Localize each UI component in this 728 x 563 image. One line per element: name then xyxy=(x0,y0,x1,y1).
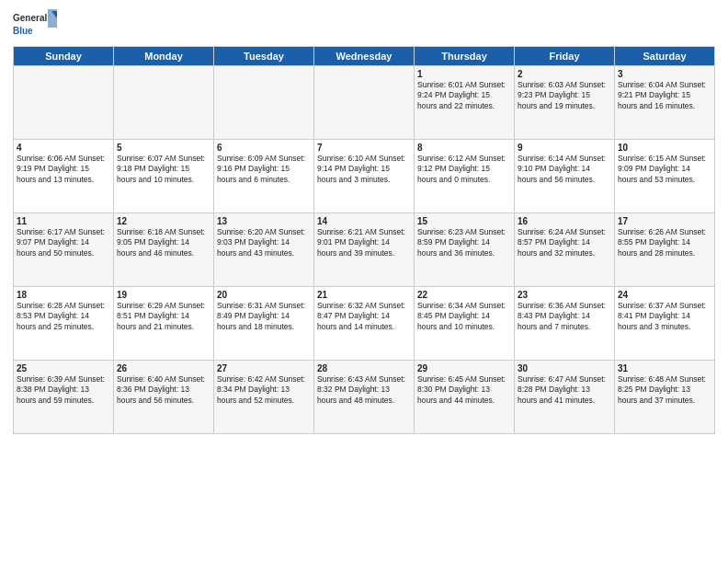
logo-svg: General Blue xyxy=(13,9,59,40)
day-number: 6 xyxy=(217,143,311,153)
day-number: 26 xyxy=(117,363,210,373)
day-number: 20 xyxy=(217,290,311,300)
calendar-cell: 4Sunrise: 6:06 AM Sunset: 9:19 PM Daylig… xyxy=(14,140,114,213)
cell-content: Sunrise: 6:01 AM Sunset: 9:24 PM Dayligh… xyxy=(417,80,511,111)
calendar-cell: 27Sunrise: 6:42 AM Sunset: 8:34 PM Dayli… xyxy=(214,361,314,434)
calendar-cell: 10Sunrise: 6:15 AM Sunset: 9:09 PM Dayli… xyxy=(615,140,715,213)
cell-content: Sunrise: 6:09 AM Sunset: 9:16 PM Dayligh… xyxy=(217,154,311,185)
day-number: 19 xyxy=(117,290,210,300)
cell-content: Sunrise: 6:06 AM Sunset: 9:19 PM Dayligh… xyxy=(17,154,110,185)
cell-content: Sunrise: 6:10 AM Sunset: 9:14 PM Dayligh… xyxy=(317,154,411,185)
calendar-cell: 13Sunrise: 6:20 AM Sunset: 9:03 PM Dayli… xyxy=(214,213,314,287)
calendar-cell: 20Sunrise: 6:31 AM Sunset: 8:49 PM Dayli… xyxy=(214,287,314,361)
cell-content: Sunrise: 6:37 AM Sunset: 8:41 PM Dayligh… xyxy=(618,301,711,332)
calendar-cell: 14Sunrise: 6:21 AM Sunset: 9:01 PM Dayli… xyxy=(314,213,415,287)
cell-content: Sunrise: 6:18 AM Sunset: 9:05 PM Dayligh… xyxy=(117,227,210,259)
cell-content: Sunrise: 6:36 AM Sunset: 8:43 PM Dayligh… xyxy=(518,301,611,332)
cell-content: Sunrise: 6:42 AM Sunset: 8:34 PM Dayligh… xyxy=(217,374,311,406)
calendar-cell xyxy=(314,66,415,140)
day-header: Sunday xyxy=(14,47,114,66)
calendar-table: SundayMondayTuesdayWednesdayThursdayFrid… xyxy=(13,46,715,434)
calendar-week: 1Sunrise: 6:01 AM Sunset: 9:24 PM Daylig… xyxy=(14,66,715,140)
cell-content: Sunrise: 6:07 AM Sunset: 9:18 PM Dayligh… xyxy=(117,154,210,185)
day-number: 14 xyxy=(317,216,411,226)
calendar-cell: 7Sunrise: 6:10 AM Sunset: 9:14 PM Daylig… xyxy=(314,140,415,213)
day-header: Monday xyxy=(114,47,214,66)
day-header: Thursday xyxy=(415,47,515,66)
day-number: 16 xyxy=(518,216,611,226)
day-number: 15 xyxy=(417,216,511,226)
calendar-cell xyxy=(14,66,114,140)
cell-content: Sunrise: 6:43 AM Sunset: 8:32 PM Dayligh… xyxy=(317,374,411,406)
day-number: 11 xyxy=(17,216,110,226)
header: General Blue xyxy=(13,9,715,40)
calendar-cell: 31Sunrise: 6:48 AM Sunset: 8:25 PM Dayli… xyxy=(615,361,715,434)
cell-content: Sunrise: 6:23 AM Sunset: 8:59 PM Dayligh… xyxy=(417,227,511,259)
day-header: Wednesday xyxy=(314,47,415,66)
calendar-week: 25Sunrise: 6:39 AM Sunset: 8:38 PM Dayli… xyxy=(14,361,715,434)
calendar-cell: 11Sunrise: 6:17 AM Sunset: 9:07 PM Dayli… xyxy=(14,213,114,287)
cell-content: Sunrise: 6:04 AM Sunset: 9:21 PM Dayligh… xyxy=(618,80,711,111)
day-number: 10 xyxy=(618,143,711,153)
cell-content: Sunrise: 6:32 AM Sunset: 8:47 PM Dayligh… xyxy=(317,301,411,332)
calendar-cell: 18Sunrise: 6:28 AM Sunset: 8:53 PM Dayli… xyxy=(14,287,114,361)
day-number: 21 xyxy=(317,290,411,300)
day-header: Tuesday xyxy=(214,47,314,66)
calendar-cell: 17Sunrise: 6:26 AM Sunset: 8:55 PM Dayli… xyxy=(615,213,715,287)
day-number: 1 xyxy=(417,69,511,79)
calendar-cell: 15Sunrise: 6:23 AM Sunset: 8:59 PM Dayli… xyxy=(415,213,515,287)
day-number: 13 xyxy=(217,216,311,226)
day-header: Saturday xyxy=(615,47,715,66)
cell-content: Sunrise: 6:47 AM Sunset: 8:28 PM Dayligh… xyxy=(518,374,611,406)
calendar-cell: 22Sunrise: 6:34 AM Sunset: 8:45 PM Dayli… xyxy=(415,287,515,361)
cell-content: Sunrise: 6:40 AM Sunset: 8:36 PM Dayligh… xyxy=(117,374,210,406)
calendar-cell: 23Sunrise: 6:36 AM Sunset: 8:43 PM Dayli… xyxy=(515,287,615,361)
calendar-cell: 16Sunrise: 6:24 AM Sunset: 8:57 PM Dayli… xyxy=(515,213,615,287)
calendar-cell xyxy=(214,66,314,140)
day-number: 3 xyxy=(618,69,711,79)
header-row: SundayMondayTuesdayWednesdayThursdayFrid… xyxy=(14,47,715,66)
day-number: 2 xyxy=(518,69,611,79)
day-number: 7 xyxy=(317,143,411,153)
calendar-cell: 28Sunrise: 6:43 AM Sunset: 8:32 PM Dayli… xyxy=(314,361,415,434)
cell-content: Sunrise: 6:15 AM Sunset: 9:09 PM Dayligh… xyxy=(618,154,711,185)
cell-content: Sunrise: 6:28 AM Sunset: 8:53 PM Dayligh… xyxy=(17,301,110,332)
calendar-week: 18Sunrise: 6:28 AM Sunset: 8:53 PM Dayli… xyxy=(14,287,715,361)
calendar-cell: 21Sunrise: 6:32 AM Sunset: 8:47 PM Dayli… xyxy=(314,287,415,361)
cell-content: Sunrise: 6:17 AM Sunset: 9:07 PM Dayligh… xyxy=(17,227,110,259)
cell-content: Sunrise: 6:29 AM Sunset: 8:51 PM Dayligh… xyxy=(117,301,210,332)
day-number: 9 xyxy=(518,143,611,153)
calendar-cell: 25Sunrise: 6:39 AM Sunset: 8:38 PM Dayli… xyxy=(14,361,114,434)
calendar-cell: 12Sunrise: 6:18 AM Sunset: 9:05 PM Dayli… xyxy=(114,213,214,287)
day-number: 22 xyxy=(417,290,511,300)
day-number: 4 xyxy=(17,143,110,153)
day-number: 18 xyxy=(17,290,110,300)
day-number: 5 xyxy=(117,143,210,153)
calendar-cell: 24Sunrise: 6:37 AM Sunset: 8:41 PM Dayli… xyxy=(615,287,715,361)
calendar-cell: 1Sunrise: 6:01 AM Sunset: 9:24 PM Daylig… xyxy=(415,66,515,140)
cell-content: Sunrise: 6:45 AM Sunset: 8:30 PM Dayligh… xyxy=(417,374,511,406)
day-number: 27 xyxy=(217,363,311,373)
calendar-cell: 9Sunrise: 6:14 AM Sunset: 9:10 PM Daylig… xyxy=(515,140,615,213)
logo: General Blue xyxy=(13,9,59,40)
svg-text:General: General xyxy=(13,13,47,23)
cell-content: Sunrise: 6:14 AM Sunset: 9:10 PM Dayligh… xyxy=(518,154,611,185)
calendar-week: 4Sunrise: 6:06 AM Sunset: 9:19 PM Daylig… xyxy=(14,140,715,213)
calendar-cell xyxy=(114,66,214,140)
day-number: 12 xyxy=(117,216,210,226)
calendar-cell: 29Sunrise: 6:45 AM Sunset: 8:30 PM Dayli… xyxy=(415,361,515,434)
cell-content: Sunrise: 6:03 AM Sunset: 9:23 PM Dayligh… xyxy=(518,80,611,111)
cell-content: Sunrise: 6:24 AM Sunset: 8:57 PM Dayligh… xyxy=(518,227,611,259)
cell-content: Sunrise: 6:20 AM Sunset: 9:03 PM Dayligh… xyxy=(217,227,311,259)
cell-content: Sunrise: 6:39 AM Sunset: 8:38 PM Dayligh… xyxy=(17,374,110,406)
day-number: 24 xyxy=(618,290,711,300)
calendar-cell: 30Sunrise: 6:47 AM Sunset: 8:28 PM Dayli… xyxy=(515,361,615,434)
day-header: Friday xyxy=(515,47,615,66)
day-number: 25 xyxy=(17,363,110,373)
day-number: 31 xyxy=(618,363,711,373)
cell-content: Sunrise: 6:48 AM Sunset: 8:25 PM Dayligh… xyxy=(618,374,711,406)
calendar-cell: 19Sunrise: 6:29 AM Sunset: 8:51 PM Dayli… xyxy=(114,287,214,361)
cell-content: Sunrise: 6:21 AM Sunset: 9:01 PM Dayligh… xyxy=(317,227,411,259)
calendar-cell: 2Sunrise: 6:03 AM Sunset: 9:23 PM Daylig… xyxy=(515,66,615,140)
cell-content: Sunrise: 6:12 AM Sunset: 9:12 PM Dayligh… xyxy=(417,154,511,185)
